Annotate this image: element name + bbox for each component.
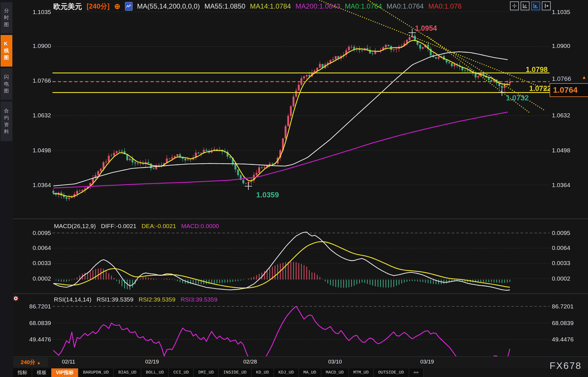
tab-more[interactable]: »»: [409, 368, 424, 377]
axis-auto-icon[interactable]: [531, 1, 540, 10]
price-axis-label: 1.0632: [11, 112, 51, 119]
price-axis-label: 1.0498: [552, 147, 570, 154]
date-tick: 03/10: [328, 359, 342, 365]
tab-boll-ud[interactable]: BOLL_UD: [141, 368, 169, 377]
rsi-header: RSI(14,14,14) RSI1:39.5359 RSI2:39.5359 …: [54, 296, 217, 303]
kline-mini-icon: [125, 2, 133, 11]
ma-settings-label: MA(55,14,200,0,0,0): [137, 2, 200, 10]
rsi-axis-label: 86.7201: [552, 303, 574, 310]
rsi-axis-label: 68.0839: [11, 320, 51, 327]
tab-outside-ud[interactable]: OUTSIDE_UD: [374, 368, 409, 377]
axis-scale-icon[interactable]: [521, 1, 529, 10]
macd-axis-label: 0.0033: [11, 260, 51, 267]
tab-inside-ud[interactable]: INSIDE_UD: [219, 368, 251, 377]
price-axis-label: 1.1035: [11, 9, 51, 15]
rsi2-value: RSI2:39.5359: [139, 296, 175, 303]
macd-axis-label: 0.0002: [11, 275, 51, 282]
sidebar-item-kline-chart[interactable]: K线图: [1, 35, 12, 67]
add-indicator-icon[interactable]: ⊕: [114, 2, 120, 11]
tab-templates[interactable]: 模板: [32, 368, 51, 377]
tab-ma-ud[interactable]: MA_UD: [299, 368, 321, 377]
ma0-green-value: MA0:1.0764: [345, 2, 382, 10]
macd-header: MACD(26,12,9) DIFF:-0.0021 DEA:-0.0021 M…: [54, 223, 219, 230]
rsi1-value: RSI1:39.5359: [97, 296, 133, 303]
ma55-value: MA55:1.0850: [205, 2, 246, 10]
indicator-tabbar: 指标 模板 VIP指标 BARUPDN_UD BIAS_UD BOLL_UD C…: [13, 368, 424, 377]
tab-dmi-ud[interactable]: DMI_UD: [194, 368, 219, 377]
watermark: FX678: [550, 360, 582, 371]
tab-mtm-ud[interactable]: MTM_UD: [349, 368, 374, 377]
axis-shift-icon[interactable]: [542, 1, 551, 10]
tab-indicators[interactable]: 指标: [13, 368, 32, 377]
price-axis-label: 1.0364: [11, 182, 51, 188]
last-price-box: 1.0764: [550, 83, 588, 97]
sidebar: 分时图 K线图 闪电图 合约资料: [0, 0, 13, 377]
date-tick: 03/19: [420, 359, 434, 365]
low-annotation: 1.0359: [256, 191, 279, 199]
tab-kd-ud[interactable]: KD_UD: [252, 368, 274, 377]
tab-kdj-ud[interactable]: KDJ_UD: [274, 368, 299, 377]
rsi-axis-label: 49.4476: [552, 336, 574, 343]
resistance-annotation: 1.0798: [526, 65, 548, 74]
chart-header: 欧元美元 [240分] ⊕ MA(55,14,200,0,0,0) MA55:1…: [53, 2, 462, 11]
price-up-arrow-icon: ▲: [582, 75, 587, 80]
date-tick: 02/28: [243, 359, 257, 365]
support-annotation: 1.0722: [529, 84, 551, 93]
macd-axis-label: 0.0064: [552, 244, 570, 251]
macd-axis-label: 0.0095: [552, 230, 570, 236]
ma200-value: MA200:1.0643: [295, 2, 340, 10]
sidebar-item-timeshare-chart[interactable]: 分时图: [1, 2, 12, 33]
date-tick: 02/11: [62, 359, 75, 365]
macd-axis-label: 0.0095: [11, 230, 51, 236]
macd-value: MACD:0.0000: [181, 223, 219, 230]
price-axis-label: 1.0900: [11, 42, 51, 49]
price-axis-label: 1.0900: [552, 42, 570, 49]
macd-axis-label: 0.0064: [11, 244, 51, 251]
ma0-gray-value: MA0:1.0764: [387, 2, 424, 10]
instrument-title: 欧元美元: [53, 2, 82, 11]
crosshair-icon[interactable]: [510, 1, 519, 10]
macd-axis-label: 0.0033: [552, 260, 570, 267]
tab-barupdn-ud[interactable]: BARUPDN_UD: [78, 368, 114, 377]
rsi-axis-label: 49.4476: [11, 336, 51, 343]
time-axis-strip: [13, 357, 588, 368]
period-selector[interactable]: 240分 ▲: [13, 357, 48, 367]
ma14-value: MA14:1.0784: [250, 2, 291, 10]
rsi-axis-label: 68.0839: [552, 320, 574, 327]
rsi-axis-label: 86.7201: [11, 303, 51, 310]
macd-dea-value: DEA:-0.0021: [142, 223, 176, 230]
price-axis-label: 1.0632: [552, 112, 570, 119]
high-annotation: 1.0954: [415, 24, 437, 32]
tab-bias-ud[interactable]: BIAS_UD: [114, 368, 141, 377]
timeframe-label: [240分]: [87, 2, 110, 11]
sidebar-item-contract-info[interactable]: 合约资料: [1, 102, 12, 141]
macd-diff-value: DIFF:-0.0021: [101, 223, 137, 230]
chart-toolbar: [510, 1, 551, 10]
chart-canvas[interactable]: [0, 0, 588, 377]
period-arrow-icon: ▲: [37, 360, 41, 365]
macd-name: MACD(26,12,9): [54, 223, 96, 230]
price-axis-label: 1.0498: [11, 147, 51, 154]
axis-price-label: 1.0766: [552, 75, 571, 83]
rsi3-value: RSI3:39.5359: [181, 296, 217, 303]
trading-app: 分时图 K线图 闪电图 合约资料 欧元美元 [240分] ⊕ MA(55,14,…: [0, 0, 588, 377]
sidebar-item-lightning-chart[interactable]: 闪电图: [1, 68, 12, 100]
rsi-name: RSI(14,14,14): [54, 296, 91, 303]
date-tick: 02/19: [145, 359, 159, 365]
recent-low-annotation: 1.0732: [506, 94, 529, 102]
price-axis-label: 1.1035: [552, 9, 570, 15]
tab-macd-ud[interactable]: MACD_UD: [321, 368, 349, 377]
tab-cci-ud[interactable]: CCI_UD: [169, 368, 194, 377]
price-axis-label: 1.0766: [11, 77, 51, 84]
tab-vip-indicators[interactable]: VIP指标: [51, 368, 78, 377]
price-axis-label: 1.0364: [552, 182, 570, 188]
macd-axis-label: 0.0002: [552, 275, 570, 282]
ma0-red-value: MA0:1.076: [428, 2, 462, 10]
